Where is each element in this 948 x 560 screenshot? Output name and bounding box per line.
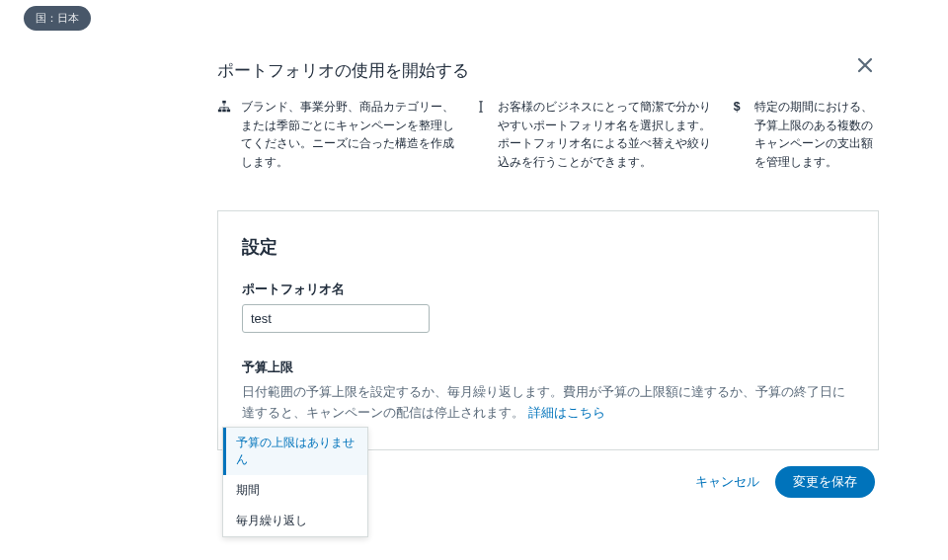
svg-rect-2 xyxy=(222,110,226,113)
country-pill[interactable]: 国：日本 xyxy=(24,6,91,31)
svg-text:$: $ xyxy=(734,100,741,114)
svg-rect-1 xyxy=(218,110,222,113)
dropdown-item-date-range[interactable]: 期間 xyxy=(223,475,367,506)
budget-cap-description: 日付範囲の予算上限を設定するか、毎月繰り返します。費用が予算の上限額に達するか、… xyxy=(242,382,854,424)
portfolio-name-label: ポートフォリオ名 xyxy=(242,280,854,298)
settings-heading: 設定 xyxy=(242,235,854,259)
tip-budget: $ 特定の期間における、予算上限のある複数のキャンペーンの支出額を管理します。 xyxy=(731,98,879,171)
sitemap-icon xyxy=(217,98,233,171)
dropdown-item-monthly[interactable]: 毎月繰り返し xyxy=(223,506,367,536)
settings-card: 設定 ポートフォリオ名 予算上限 日付範囲の予算上限を設定するか、毎月繰り返しま… xyxy=(217,210,879,450)
dropdown-item-no-budget-cap[interactable]: 予算の上限はありません xyxy=(223,428,367,475)
tip-text: お客様のビジネスにとって簡潔で分かりやすいポートフォリオ名を選択します。ポートフ… xyxy=(498,98,713,171)
learn-more-link[interactable]: 詳細はこちら xyxy=(528,405,605,420)
tip-naming: お客様のビジネスにとって簡潔で分かりやすいポートフォリオ名を選択します。ポートフ… xyxy=(474,98,713,171)
save-button[interactable]: 変更を保存 xyxy=(775,466,875,498)
svg-rect-0 xyxy=(222,101,226,104)
tips-row: ブランド、事業分野、商品カテゴリー、または季節ごとにキャンペーンを整理してくださ… xyxy=(217,98,879,171)
text-cursor-icon xyxy=(474,98,490,171)
svg-rect-3 xyxy=(227,110,231,113)
budget-section: 予算上限 日付範囲の予算上限を設定するか、毎月繰り返します。費用が予算の上限額に… xyxy=(242,359,854,424)
budget-cap-dropdown[interactable]: 予算の上限はありません 期間 毎月繰り返し xyxy=(222,427,368,537)
cancel-button[interactable]: キャンセル xyxy=(695,473,759,491)
portfolio-name-input[interactable] xyxy=(242,304,430,333)
name-field: ポートフォリオ名 xyxy=(242,280,854,333)
budget-cap-label: 予算上限 xyxy=(242,359,854,376)
close-icon[interactable] xyxy=(857,57,873,76)
dollar-icon: $ xyxy=(731,98,747,171)
tip-text: 特定の期間における、予算上限のある複数のキャンペーンの支出額を管理します。 xyxy=(754,98,879,171)
header-section: ポートフォリオの使用を開始する ブランド、事業分野、商品カテゴリー、または季節ご… xyxy=(217,49,879,187)
tip-text: ブランド、事業分野、商品カテゴリー、または季節ごとにキャンペーンを整理してくださ… xyxy=(241,98,456,171)
page-title: ポートフォリオの使用を開始する xyxy=(217,59,879,82)
portfolio-editor: ポートフォリオの使用を開始する ブランド、事業分野、商品カテゴリー、または季節ご… xyxy=(217,49,879,498)
tip-organize: ブランド、事業分野、商品カテゴリー、または季節ごとにキャンペーンを整理してくださ… xyxy=(217,98,456,171)
